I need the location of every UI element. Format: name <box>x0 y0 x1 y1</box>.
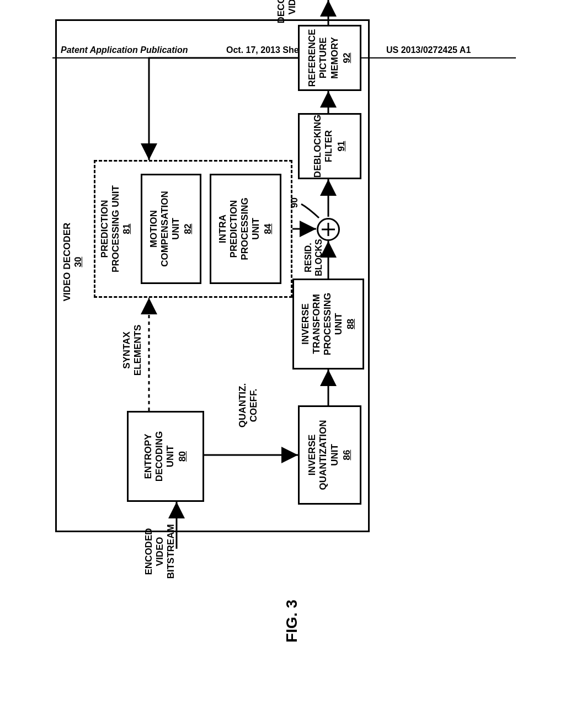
intra-title: INTRA PREDICTION PROCESSING UNIT <box>217 197 262 260</box>
sum-node-label: 90 <box>289 197 300 208</box>
entropy-num: 80 <box>177 451 188 462</box>
refmem-title: REFERENCE PICTURE MEMORY <box>307 29 340 87</box>
prediction-unit-title: PREDICTION PROCESSING UNIT 81 <box>99 165 132 292</box>
prediction-num: 81 <box>121 165 132 292</box>
inverse-transform-unit: INVERSE TRANSFORM PROCESSING UNIT 88 <box>292 279 364 370</box>
figure-label: FIG. 3 <box>283 599 301 643</box>
output-label: DECODED VIDEO <box>276 0 298 33</box>
quantiz-coeff-label: QUANTIZ. COEFF. <box>237 372 259 438</box>
deblocking-filter: DEBLOCKING FILTER 91 <box>298 113 361 179</box>
prediction-title-text: PREDICTION PROCESSING UNIT <box>99 165 121 292</box>
motion-compensation-unit: MOTION COMPENSATION UNIT 82 <box>141 174 201 284</box>
input-label: ENCODED VIDEO BITSTREAM <box>143 518 177 585</box>
video-decoder-num: 30 <box>73 207 84 317</box>
intra-num: 84 <box>263 224 274 234</box>
reference-picture-memory: REFERENCE PICTURE MEMORY 92 <box>298 25 361 91</box>
video-decoder-title-text: VIDEO DECODER <box>62 207 73 317</box>
mc-num: 82 <box>183 224 194 234</box>
dbf-num: 91 <box>336 141 347 152</box>
it-num: 88 <box>345 319 356 329</box>
video-decoder-title: VIDEO DECODER 30 <box>62 207 84 317</box>
dbf-title: DEBLOCKING FILTER <box>312 115 334 178</box>
page: Patent Application Publication Oct. 17, … <box>0 0 565 728</box>
diagram-stage: VIDEO DECODER 30 ENCODED VIDEO BITSTREAM… <box>17 157 541 554</box>
mc-title: MOTION COMPENSATION UNIT <box>148 191 182 267</box>
it-title: INVERSE TRANSFORM PROCESSING UNIT <box>300 293 344 355</box>
syntax-elements-label: SYNTAX ELEMENTS <box>121 312 143 389</box>
entropy-title: ENTROPY DECODING UNIT <box>143 431 176 482</box>
intra-prediction-unit: INTRA PREDICTION PROCESSING UNIT 84 <box>210 174 281 284</box>
iq-title: INVERSE QUANTIZATION UNIT <box>307 420 340 490</box>
entropy-decoding-unit: ENTROPY DECODING UNIT 80 <box>127 411 204 502</box>
iq-num: 86 <box>342 450 353 461</box>
inverse-quantization-unit: INVERSE QUANTIZATION UNIT 86 <box>298 405 361 505</box>
resid-blocks-label: RESID. BLOCKS <box>303 235 324 280</box>
refmem-num: 92 <box>342 53 353 63</box>
